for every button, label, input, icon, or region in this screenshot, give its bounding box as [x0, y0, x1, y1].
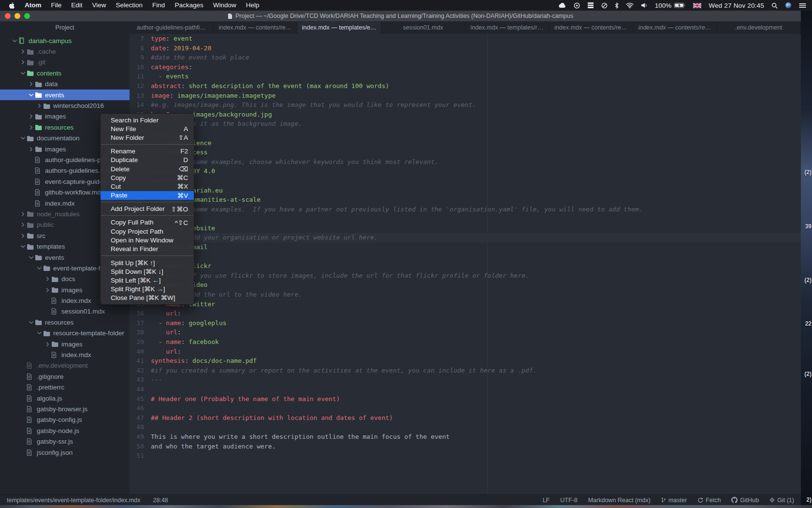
- creative-cloud-icon[interactable]: [574, 2, 580, 9]
- uk-flag-icon[interactable]: [693, 3, 701, 8]
- context-menu-item-split-left-k[interactable]: Split Left [⌘K ←]: [101, 276, 194, 284]
- code-line-41[interactable]: 41synthesis: docs/doc-name.pdf: [130, 356, 801, 366]
- code-line-21[interactable]: 21licence: CCBY 4.0: [130, 166, 801, 176]
- context-menu-item-split-down-k[interactable]: Split Down [⌘K ↓]: [101, 267, 194, 276]
- code-line-11[interactable]: 11 - events: [130, 72, 801, 81]
- status-fetch[interactable]: Fetch: [697, 497, 721, 504]
- close-window-button[interactable]: [5, 13, 11, 19]
- code-line-29[interactable]: 29 - name: email: [130, 242, 801, 252]
- window-title-bar[interactable]: Project — ~/Google Drive/TCD Work/DARIAH…: [0, 11, 801, 22]
- tree-folder-winterschool2016[interactable]: winterschool2016: [0, 100, 130, 111]
- context-menu-item-open-in-new-window[interactable]: Open in New Window: [101, 236, 194, 244]
- code-line-44[interactable]: 44: [130, 385, 801, 394]
- battery-indicator[interactable]: 100%: [655, 2, 686, 9]
- context-menu-item-split-right-k[interactable]: Split Right [⌘K →]: [101, 284, 194, 293]
- tree-file-session01-mdx[interactable]: session01.mdx: [0, 306, 130, 317]
- minimize-window-button[interactable]: [14, 13, 20, 19]
- stack-icon[interactable]: [587, 2, 594, 8]
- tree-folder-resource-template-folder[interactable]: resource-template-folder: [0, 328, 130, 339]
- code-line-22[interactable]: 22partners:: [130, 176, 801, 186]
- menubar-item-view[interactable]: View: [87, 1, 111, 9]
- code-line-10[interactable]: 10categories:: [130, 62, 801, 72]
- tab-4-index-mdx-templates-r[interactable]: index.mdx — templates/r…: [465, 21, 550, 34]
- code-line-13[interactable]: 13image: images/imagename.imagetype: [130, 91, 801, 101]
- tab-5-index-mdx-contents-re[interactable]: index.mdx — contents/re…: [549, 21, 633, 34]
- code-line-37[interactable]: 37 - name: googleplus: [130, 318, 801, 328]
- code-line-45[interactable]: 45# Header one (Probably the name of the…: [130, 394, 801, 404]
- status-lf[interactable]: LF: [543, 497, 550, 504]
- wifi-icon[interactable]: [626, 2, 634, 8]
- tab-7-env-development[interactable]: .env.development: [717, 21, 801, 34]
- code-line-39[interactable]: 39 - name: facebook: [130, 337, 801, 347]
- tree-file-gatsby-browser-js[interactable]: gatsby-browser.js: [0, 403, 130, 414]
- current-file-path[interactable]: templates/events/event-template-folder/i…: [7, 497, 141, 504]
- context-menu-item-duplicate[interactable]: DuplicateD: [101, 156, 194, 164]
- code-line-51[interactable]: 51: [130, 451, 801, 461]
- menubar-item-find[interactable]: Find: [147, 1, 170, 9]
- code-line-35[interactable]: 35 - name: twitter: [130, 299, 801, 309]
- context-menu-item-new-folder[interactable]: New Folder⇧A: [101, 133, 194, 142]
- text-editor[interactable]: 7type: event8date: 2019-04-209#date the …: [130, 34, 801, 494]
- menubar-item-edit[interactable]: Edit: [66, 1, 87, 9]
- code-line-40[interactable]: 40 url:: [130, 347, 801, 357]
- tab-2-index-mdx-templates-e[interactable]: index.mdx — templates/e…: [297, 21, 381, 34]
- code-line-38[interactable]: 38 url:: [130, 328, 801, 337]
- tree-file-jsconfig-json[interactable]: jsconfig.json: [0, 447, 130, 458]
- context-menu-item-new-file[interactable]: New FileA: [101, 124, 194, 133]
- code-line-42[interactable]: 42#if you created a summary or report on…: [130, 366, 801, 375]
- tree-folder-contents[interactable]: contents: [0, 68, 130, 78]
- code-line-9[interactable]: 9#date the event took place: [130, 53, 801, 62]
- code-line-31[interactable]: 31 - name: flickr: [130, 261, 801, 271]
- context-menu-item-split-up-k[interactable]: Split Up [⌘K ↑]: [101, 258, 194, 267]
- code-line-8[interactable]: 8date: 2019-04-20: [130, 44, 801, 53]
- status-github[interactable]: GitHub: [731, 497, 759, 504]
- code-line-15[interactable]: 15heroImage: images/background.jpg: [130, 110, 801, 120]
- code-line-25[interactable]: 25#these are some examples. If you have …: [130, 205, 801, 214]
- code-line-30[interactable]: 30 url:: [130, 252, 801, 262]
- tab-0-author-guidelines-pathfi[interactable]: author-guidelines-pathfi…: [130, 21, 214, 34]
- code-line-23[interactable]: 23 - name: dariah.eu: [130, 186, 801, 195]
- tab-6-index-mdx-contents-re[interactable]: index.mdx — contents/re…: [633, 21, 717, 34]
- code-line-27[interactable]: 27 - name: website: [130, 224, 801, 233]
- tree-folder-git[interactable]: .git: [0, 57, 130, 68]
- status-git-1[interactable]: Git (1): [769, 497, 794, 504]
- code-line-12[interactable]: 12abstract: short description of the eve…: [130, 81, 801, 91]
- code-line-48[interactable]: 48: [130, 422, 801, 432]
- slash-circle-icon[interactable]: [601, 2, 608, 9]
- zoom-window-button[interactable]: [24, 13, 30, 19]
- tree-file-gatsby-ssr-js[interactable]: gatsby-ssr.js: [0, 436, 130, 447]
- menubar-item-window[interactable]: Window: [208, 1, 241, 9]
- tree-folder-images[interactable]: images: [0, 339, 130, 349]
- context-menu-item-copy[interactable]: Copy⌘C: [101, 173, 194, 182]
- spotlight-search-icon[interactable]: [771, 2, 778, 9]
- menubar-item-selection[interactable]: Selection: [111, 1, 148, 9]
- code-line-20[interactable]: 20#these are some examples, choose which…: [130, 157, 801, 167]
- menu-bar-clock[interactable]: Wed 27 Nov 20:45: [709, 2, 764, 9]
- tree-file-index-mdx[interactable]: index.mdx: [0, 349, 130, 360]
- tree-file-algolia-js[interactable]: algolia.js: [0, 393, 130, 403]
- code-line-47[interactable]: 47## Header 2 (short description with lo…: [130, 413, 801, 423]
- notification-center-icon[interactable]: [799, 3, 806, 8]
- tab-1-index-mdx-contents-re[interactable]: index.mdx — contents/re…: [214, 21, 298, 34]
- context-menu-item-close-pane-k-w[interactable]: Close Pane [⌘K ⌘W]: [101, 293, 194, 302]
- globe-app-icon[interactable]: [785, 2, 792, 9]
- code-line-7[interactable]: 7type: event: [130, 34, 801, 44]
- menubar-item-atom[interactable]: Atom: [20, 1, 46, 9]
- tree-file-env-development[interactable]: .env.development: [0, 360, 130, 371]
- status-utf-8[interactable]: UTF-8: [560, 497, 577, 504]
- tree-file-gatsby-config-js[interactable]: gatsby-config.js: [0, 415, 130, 425]
- tree-folder-cache[interactable]: .cache: [0, 46, 130, 57]
- code-line-18[interactable]: 18 - open-science: [130, 138, 801, 148]
- tree-folder-dariah-campus[interactable]: dariah-campus: [0, 35, 130, 46]
- tree-file-prettierrc[interactable]: .prettierrc: [0, 382, 130, 393]
- code-line-46[interactable]: 46: [130, 403, 801, 413]
- context-menu-item-delete[interactable]: Delete⌫: [101, 164, 194, 173]
- code-line-16[interactable]: 16#You can use it as the background imag…: [130, 119, 801, 129]
- code-line-28[interactable]: 28 url: #add your organisation or projec…: [130, 233, 801, 242]
- context-menu-item-reveal-in-finder[interactable]: Reveal in Finder: [101, 244, 194, 253]
- bluetooth-icon[interactable]: [615, 2, 619, 9]
- menubar-item-file[interactable]: File: [46, 1, 67, 9]
- tree-file-gitignore[interactable]: .gitignore: [0, 371, 130, 382]
- context-menu-item-rename[interactable]: RenameF2: [101, 147, 194, 156]
- code-line-32[interactable]: 32 url: #if you use flickr to store imag…: [130, 271, 801, 281]
